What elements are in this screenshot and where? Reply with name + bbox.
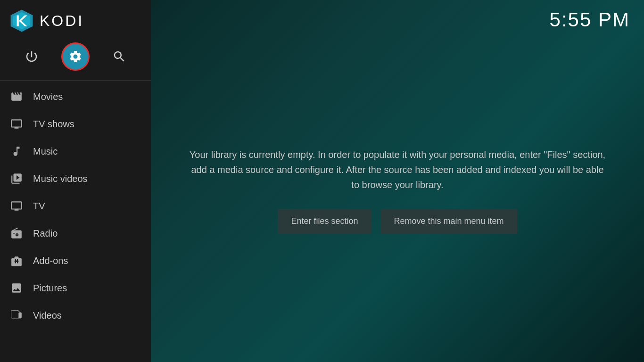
music-label: Music [33, 146, 58, 157]
movies-icon [9, 90, 24, 104]
power-button[interactable] [17, 42, 46, 71]
radio-label: Radio [33, 228, 58, 239]
tv-icon [9, 199, 24, 213]
svg-rect-2 [17, 16, 19, 26]
sidebar-item-tv[interactable]: TV [0, 192, 151, 220]
sidebar-item-videos[interactable]: Videos [0, 302, 151, 329]
sidebar-item-music[interactable]: Music [0, 138, 151, 165]
power-icon [25, 49, 39, 64]
app-header: KODI [0, 0, 151, 38]
kodi-logo-icon [9, 8, 34, 33]
tv-label: TV [33, 201, 45, 212]
sidebar-item-addons[interactable]: Add-ons [0, 247, 151, 274]
main-content: 5:55 PM Your library is currently empty.… [151, 0, 644, 362]
action-buttons: Enter files section Remove this main men… [278, 209, 517, 234]
pictures-label: Pictures [33, 283, 67, 294]
library-empty-panel: Your library is currently empty. In orde… [151, 19, 644, 362]
tvshows-icon [9, 117, 24, 131]
sidebar-divider [0, 80, 151, 81]
settings-button[interactable] [61, 42, 90, 71]
movies-label: Movies [33, 91, 63, 102]
sidebar-item-tvshows[interactable]: TV shows [0, 110, 151, 138]
remove-menu-item-button[interactable]: Remove this main menu item [380, 209, 517, 234]
sidebar-item-musicvideos[interactable]: Music videos [0, 165, 151, 192]
sidebar: KODI Movies [0, 0, 151, 362]
library-empty-message: Your library is currently empty. In orde… [189, 147, 606, 192]
sidebar-item-movies[interactable]: Movies [0, 83, 151, 110]
radio-icon [9, 226, 24, 240]
music-icon [9, 144, 24, 158]
sidebar-item-pictures[interactable]: Pictures [0, 274, 151, 302]
sidebar-item-radio[interactable]: Radio [0, 220, 151, 247]
settings-icon [68, 49, 83, 64]
videos-icon [9, 308, 24, 322]
tvshows-label: TV shows [33, 119, 74, 130]
search-icon [112, 49, 126, 64]
time-display: 5:55 PM [550, 8, 630, 31]
pictures-icon [9, 281, 24, 295]
musicvideos-icon [9, 172, 24, 186]
top-icon-row [0, 38, 151, 80]
search-button[interactable] [105, 42, 133, 71]
addons-label: Add-ons [33, 255, 68, 266]
addons-icon [9, 254, 24, 268]
musicvideos-label: Music videos [33, 173, 88, 184]
videos-label: Videos [33, 310, 62, 321]
app-title: KODI [40, 12, 84, 30]
enter-files-button[interactable]: Enter files section [278, 209, 371, 234]
